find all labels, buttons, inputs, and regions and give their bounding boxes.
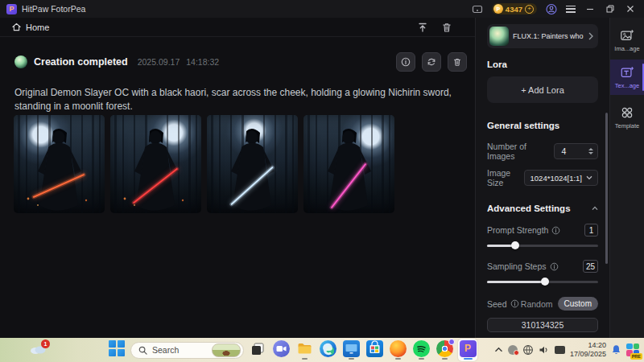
- sampling-steps-slider[interactable]: [487, 278, 598, 286]
- network-globe-icon[interactable]: [522, 344, 534, 356]
- running-indicator: [302, 358, 308, 360]
- collapse-chevron-icon[interactable]: [592, 206, 598, 211]
- mini-window-icon[interactable]: [472, 3, 483, 14]
- restore-button[interactable]: [605, 3, 616, 14]
- coin-balance: 4347: [506, 5, 522, 14]
- taskbar-clock[interactable]: 14:20 17/09/2025: [570, 341, 606, 360]
- store-icon: [366, 340, 383, 357]
- generated-image-1[interactable]: [14, 115, 105, 213]
- mode-rail: Ima...age Tex...age Template: [609, 18, 644, 338]
- prompt-strength-slider[interactable]: [487, 241, 598, 249]
- rail-label: Ima...age: [614, 45, 639, 52]
- close-button[interactable]: [625, 3, 636, 14]
- stepper-up-icon[interactable]: [588, 148, 593, 150]
- task-view-icon: [250, 340, 266, 357]
- minimize-button[interactable]: [584, 3, 596, 14]
- windows-taskbar: 1 Search: [0, 338, 644, 362]
- rail-item-template[interactable]: Template: [610, 103, 644, 132]
- text-plus-icon: [620, 65, 634, 80]
- running-indicator: [442, 358, 448, 360]
- generated-images: [14, 115, 394, 213]
- seed-value-input[interactable]: 310134325: [487, 318, 598, 332]
- image-plus-icon: [620, 28, 634, 43]
- settings-panel: FLUX.1: Painters who s... Lora + Add Lor…: [475, 18, 609, 338]
- edge-browser-app[interactable]: [318, 339, 337, 361]
- task-view-button[interactable]: [248, 339, 267, 361]
- chrome-notification-badge: [448, 339, 455, 345]
- sampling-steps-value[interactable]: 25: [583, 260, 598, 273]
- file-explorer-app[interactable]: [295, 339, 314, 361]
- delete-creation-button[interactable]: [448, 52, 467, 72]
- app-title: HitPaw FotorPea: [22, 4, 85, 14]
- hidden-icons-chevron[interactable]: [494, 347, 503, 353]
- clock-time: 14:20: [588, 341, 606, 350]
- spotify-app[interactable]: [411, 339, 431, 361]
- home-icon: [11, 22, 22, 32]
- taskbar-search[interactable]: Search: [130, 342, 244, 359]
- info-icon[interactable]: [550, 262, 559, 271]
- seed-random-option[interactable]: Random: [521, 299, 553, 309]
- number-of-images-label: Number of Images: [487, 142, 554, 161]
- prompt-strength-value[interactable]: 1: [584, 224, 598, 237]
- menu-icon[interactable]: [566, 6, 576, 13]
- clear-all-trash-icon[interactable]: [441, 22, 452, 33]
- model-thumbnail: [489, 27, 509, 46]
- slider-handle[interactable]: [511, 241, 519, 249]
- generated-image-2[interactable]: [110, 115, 201, 213]
- regenerate-button[interactable]: [422, 52, 441, 72]
- active-running-indicator: [464, 358, 473, 360]
- creation-avatar-icon: [14, 56, 27, 68]
- coin-icon: P: [493, 4, 503, 14]
- stepper-down-icon[interactable]: [588, 152, 593, 154]
- widgets-icon[interactable]: PRE: [626, 343, 640, 357]
- creation-info-button[interactable]: [396, 52, 415, 72]
- coin-balance-pill[interactable]: P 4347 +: [492, 3, 537, 14]
- template-icon: [620, 105, 634, 120]
- seed-value: 310134325: [522, 320, 564, 330]
- clock-date: 17/09/2025: [570, 350, 606, 359]
- running-indicator: [349, 358, 354, 360]
- folder-icon: [296, 340, 313, 357]
- chat-app[interactable]: [271, 339, 291, 361]
- rail-item-text-to-image[interactable]: Tex...age: [610, 60, 644, 95]
- title-bar: P HitPaw FotorPea P 4347 +: [0, 0, 644, 18]
- info-icon[interactable]: [551, 226, 560, 235]
- weather-widget[interactable]: 1: [29, 342, 48, 358]
- notifications-bell-icon[interactable]: [611, 344, 621, 356]
- remote-desktop-app[interactable]: [341, 339, 361, 361]
- device-tray-icon[interactable]: [555, 346, 565, 354]
- rail-item-image-to-image[interactable]: Ima...age: [610, 26, 644, 55]
- chrome-browser-app[interactable]: [435, 339, 454, 361]
- info-icon[interactable]: [510, 299, 519, 308]
- panel-scrollbar[interactable]: [605, 113, 608, 264]
- add-coins-icon[interactable]: +: [525, 5, 534, 14]
- regenerate-icon: [427, 57, 436, 67]
- generated-image-4[interactable]: [303, 115, 394, 213]
- seed-custom-option[interactable]: Custom: [558, 297, 598, 311]
- number-of-images-stepper[interactable]: 4: [554, 143, 598, 159]
- creation-feed: Creation completed 2025.09.17 14:18:32 O…: [0, 37, 475, 338]
- add-lora-button[interactable]: + Add Lora: [487, 76, 598, 103]
- home-nav[interactable]: Home: [11, 22, 49, 32]
- prompt-strength-label: Prompt Strength: [487, 225, 548, 235]
- security-tray-icon[interactable]: [508, 345, 518, 355]
- volume-tray-icon[interactable]: [539, 345, 550, 355]
- sampling-steps-label: Sampling Steps: [487, 261, 547, 271]
- scroll-top-icon[interactable]: [417, 22, 428, 33]
- slider-handle[interactable]: [541, 278, 549, 286]
- start-button[interactable]: [107, 339, 126, 361]
- image-size-label: Image Size: [487, 168, 524, 187]
- generated-image-3[interactable]: [207, 115, 298, 213]
- image-size-dropdown[interactable]: 1024*1024[1:1]: [524, 170, 598, 186]
- edge-icon: [320, 340, 336, 357]
- model-selector[interactable]: FLUX.1: Painters who s...: [487, 24, 598, 48]
- account-avatar[interactable]: [546, 3, 557, 14]
- firefox-browser-app[interactable]: [388, 339, 407, 361]
- weather-badge: 1: [41, 339, 50, 348]
- creation-time: 14:18:32: [186, 57, 219, 67]
- image-size-value: 1024*1024[1:1]: [530, 174, 582, 183]
- microsoft-store-app[interactable]: [365, 339, 384, 361]
- hitpaw-fotorpea-app[interactable]: P: [458, 339, 477, 361]
- chevron-right-icon: [588, 32, 593, 40]
- running-indicator: [325, 358, 331, 360]
